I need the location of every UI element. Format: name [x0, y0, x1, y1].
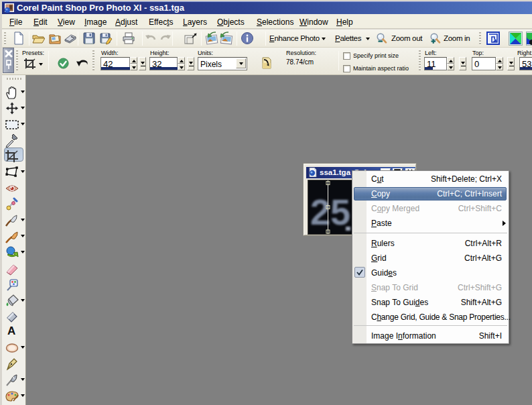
svg-text:25: 25: [310, 192, 350, 232]
